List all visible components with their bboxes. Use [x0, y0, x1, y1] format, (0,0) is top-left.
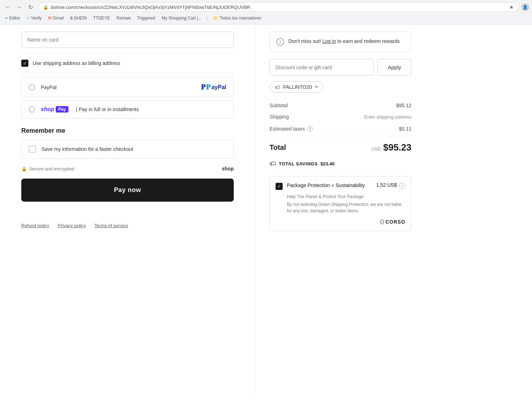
- subtotal-label: Subtotal: [270, 103, 288, 108]
- remove-code-button[interactable]: ×: [315, 84, 318, 90]
- browser-chrome: ← → ↻ 🔒 bohme.com/checkouts/cn/Z2NwLXVzL…: [0, 0, 532, 24]
- paypal-option[interactable]: PayPal 𝐏 𝐏 ayPal: [21, 77, 234, 97]
- terms-of-service-link[interactable]: Terms of service: [94, 223, 128, 228]
- reload-button[interactable]: ↻: [26, 2, 35, 12]
- paypal-label: PayPal: [41, 84, 56, 90]
- shop-label: shop: [222, 166, 234, 171]
- address-bar[interactable]: 🔒 bohme.com/checkouts/cn/Z2NwLXVzLWVhc3Q…: [38, 2, 519, 12]
- browser-toolbar: ← → ↻ 🔒 bohme.com/checkouts/cn/Z2NwLXVzL…: [3, 2, 529, 12]
- url-display: bohme.com/checkouts/cn/Z2NwLXVzLWVhc3QxO…: [51, 5, 250, 10]
- name-on-card-input[interactable]: [21, 32, 234, 48]
- paypal-radio[interactable]: [29, 84, 35, 91]
- save-info-label: Save my information for a faster checkou…: [41, 146, 133, 152]
- info-icon: i: [276, 38, 284, 46]
- shoppay-suffix: | Pay in full or in installments: [76, 106, 139, 112]
- package-info-icon[interactable]: i: [399, 183, 405, 189]
- discount-row: Apply: [270, 59, 411, 76]
- shoppay-badge: Pay: [56, 106, 68, 113]
- log-in-link[interactable]: Log in: [322, 38, 336, 44]
- bookmark-editor[interactable]: ✏ Editor: [3, 15, 22, 21]
- savings-row: 🏷 TOTAL SAVINGS $23.40: [270, 157, 411, 173]
- package-desc-1: Help The Planet & Protect Your Package: [287, 193, 405, 200]
- pay-now-button[interactable]: Pay now: [21, 179, 234, 202]
- nav-buttons: ← → ↻: [3, 2, 35, 12]
- total-currency: USD: [371, 146, 381, 152]
- total-right: USD $95.23: [371, 142, 411, 153]
- package-checkbox[interactable]: ✓: [276, 183, 283, 190]
- total-row: Total USD $95.23: [270, 138, 411, 157]
- savings-icon: 🏷: [270, 160, 276, 168]
- tag-icon: 🏷: [275, 84, 280, 90]
- info-text: Don't miss out! Log in to earn and redee…: [288, 38, 400, 45]
- taxes-row: Estimated taxes ? $0.11: [270, 123, 411, 135]
- profile-icon[interactable]: 👤: [521, 3, 529, 11]
- package-price: 1,52 US$: [376, 182, 397, 188]
- shoppay-radio[interactable]: [29, 106, 35, 113]
- taxes-label: Estimated taxes: [270, 126, 305, 132]
- remember-me-title: Remember me: [21, 127, 234, 135]
- shipping-row: Shipping Enter shipping address: [270, 111, 411, 123]
- billing-checkbox[interactable]: ✓: [21, 60, 28, 67]
- right-panel: i Don't miss out! Log in to earn and red…: [255, 24, 426, 395]
- bookmark-gmail[interactable]: M Gmail: [46, 15, 66, 21]
- bookmark-ttdeye[interactable]: TTDEYE: [91, 15, 112, 21]
- secure-left: 🔒 Secure and encrypted: [21, 166, 74, 171]
- apply-button[interactable]: Apply: [377, 59, 411, 76]
- package-desc-2: By not selecting Green Shipping Protecti…: [287, 201, 405, 214]
- bookmarks-bar: ✏ Editor ✓ Verify M Gmail S SHEIN TTDEYE…: [3, 14, 529, 22]
- applied-code-tag: 🏷 FALLINTO20 ×: [270, 81, 323, 93]
- taxes-value: $0.11: [399, 126, 411, 132]
- applied-code-text: FALLINTO20: [283, 84, 312, 90]
- save-info-box[interactable]: Save my information for a faster checkou…: [21, 140, 234, 159]
- taxes-info-icon[interactable]: ?: [307, 126, 313, 132]
- package-title-row: Package Protection + Sustainability 1,52…: [287, 182, 405, 189]
- bookmark-verify[interactable]: ✓ Verify: [24, 15, 44, 21]
- bookmark-todos[interactable]: 📁 Todos los marcadores: [211, 15, 263, 21]
- total-amount: $95.23: [383, 142, 411, 153]
- shoppay-logo: shop Pay: [41, 106, 68, 113]
- billing-address-row: ✓ Use shipping address as billing addres…: [21, 54, 234, 73]
- bookmark-shein[interactable]: S SHEIN: [68, 15, 89, 21]
- total-label: Total: [270, 143, 286, 152]
- shoppay-option[interactable]: shop Pay | Pay in full or in installment…: [21, 100, 234, 119]
- shoppay-prefix: shop: [41, 106, 54, 113]
- refund-policy-link[interactable]: Refund policy: [21, 223, 49, 228]
- package-protection-box: ✓ Package Protection + Sustainability 1,…: [270, 176, 411, 231]
- info-banner: i Don't miss out! Log in to earn and red…: [270, 32, 411, 52]
- paypal-logo: 𝐏 𝐏 ayPal: [201, 83, 226, 91]
- summary-divider: [270, 136, 411, 136]
- footer-links: Refund policy Privacy policy Terms of se…: [21, 216, 234, 228]
- secure-label: Secure and encrypted: [29, 166, 74, 171]
- package-description: Help The Planet & Protect Your Package B…: [287, 193, 405, 214]
- package-header: ✓ Package Protection + Sustainability 1,…: [276, 182, 405, 190]
- shipping-value: Enter shipping address: [364, 114, 411, 120]
- lock-icon: 🔒: [21, 166, 27, 171]
- back-button[interactable]: ←: [3, 2, 13, 12]
- left-panel: ✓ Use shipping address as billing addres…: [0, 24, 255, 395]
- shipping-label: Shipping: [270, 114, 289, 120]
- save-info-checkbox[interactable]: [29, 146, 36, 153]
- browser-actions: 👤: [521, 3, 529, 11]
- discount-input[interactable]: [270, 59, 374, 76]
- corso-icon: ⟨⟩: [380, 218, 384, 225]
- savings-amount: $23.40: [321, 161, 335, 166]
- page-layout: ✓ Use shipping address as billing addres…: [0, 24, 532, 395]
- bookmark-romwe[interactable]: Romwe: [114, 15, 133, 21]
- info-suffix: to earn and redeem rewards: [337, 38, 400, 44]
- privacy-policy-link[interactable]: Privacy policy: [58, 223, 86, 228]
- info-prefix: Don't miss out!: [288, 38, 321, 44]
- savings-label: TOTAL SAVINGS: [279, 161, 318, 166]
- billing-address-label: Use shipping address as billing address: [33, 60, 120, 66]
- corso-logo: ⟨⟩ CORSO: [276, 218, 405, 225]
- package-title: Package Protection + Sustainability: [287, 182, 365, 189]
- secure-row: 🔒 Secure and encrypted shop: [21, 166, 234, 171]
- corso-label: CORSO: [386, 219, 405, 225]
- subtotal-value: $95.12: [396, 103, 411, 108]
- bookmark-triggered[interactable]: Triggered: [135, 15, 157, 21]
- forward-button[interactable]: →: [14, 2, 24, 12]
- bookmark-shopping-cart[interactable]: My Shopping Cart |...: [160, 15, 204, 21]
- subtotal-row: Subtotal $95.12: [270, 100, 411, 111]
